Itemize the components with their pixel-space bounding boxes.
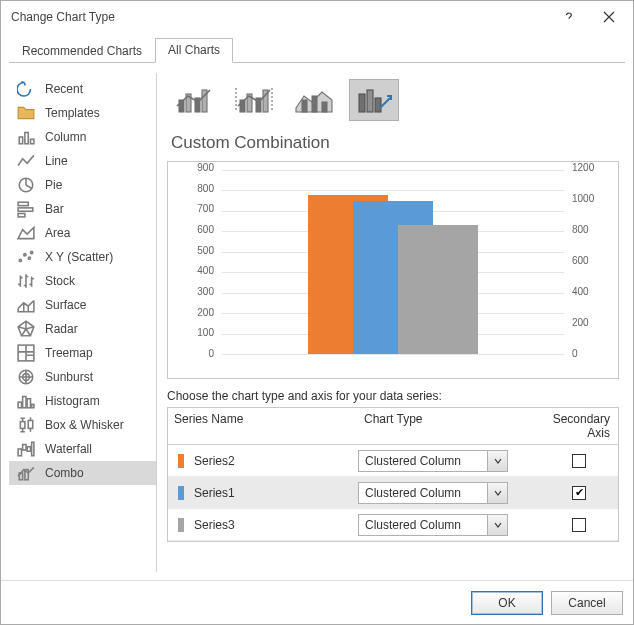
subtype-clustered-column-line-secondary[interactable]: [229, 79, 279, 121]
secondary-axis-checkbox[interactable]: [572, 486, 586, 500]
svg-rect-36: [302, 100, 307, 112]
svg-rect-2: [31, 139, 34, 144]
change-chart-type-dialog: Change Chart Type Recommended Charts All…: [0, 0, 634, 625]
svg-point-10: [31, 251, 33, 253]
sidebar-item-label: Histogram: [45, 394, 100, 408]
svg-rect-20: [18, 449, 21, 456]
series-row[interactable]: Series3Clustered Column: [168, 509, 618, 541]
sidebar-item-area[interactable]: Area: [9, 221, 156, 245]
axis-tick: 200: [572, 318, 608, 328]
svg-rect-41: [375, 98, 381, 112]
secondary-axis-checkbox[interactable]: [572, 518, 586, 532]
svg-point-8: [24, 254, 26, 256]
svg-rect-18: [20, 422, 25, 429]
chevron-down-icon[interactable]: [487, 451, 507, 471]
axis-tick: 100: [178, 328, 214, 338]
waterfall-icon: [17, 441, 35, 457]
sidebar-item-box[interactable]: Box & Whisker: [9, 413, 156, 437]
series-grid-header: Series Name Chart Type Secondary Axis: [168, 408, 618, 445]
chart-type-value: Clustered Column: [359, 515, 487, 535]
recent-icon: [17, 81, 35, 97]
svg-rect-38: [322, 102, 327, 112]
header-chart-type: Chart Type: [358, 408, 528, 444]
chart-type-dropdown[interactable]: Clustered Column: [358, 514, 508, 536]
tab-recommended[interactable]: Recommended Charts: [9, 39, 155, 63]
series-swatch: [178, 518, 184, 532]
sidebar-item-line[interactable]: Line: [9, 149, 156, 173]
sidebar-item-radar[interactable]: Radar: [9, 317, 156, 341]
svg-rect-37: [312, 96, 317, 112]
sidebar-item-sunburst[interactable]: Sunburst: [9, 365, 156, 389]
sidebar-item-column[interactable]: Column: [9, 125, 156, 149]
sunburst-icon: [17, 369, 35, 385]
sidebar-item-stock[interactable]: Stock: [9, 269, 156, 293]
chart-type-value: Clustered Column: [359, 451, 487, 471]
tab-all-charts[interactable]: All Charts: [155, 38, 233, 63]
sidebar-item-label: Waterfall: [45, 442, 92, 456]
cancel-button[interactable]: Cancel: [551, 591, 623, 615]
sidebar-item-bar[interactable]: Bar: [9, 197, 156, 221]
ok-button[interactable]: OK: [471, 591, 543, 615]
svg-point-7: [19, 259, 21, 261]
sidebar-item-recent[interactable]: Recent: [9, 77, 156, 101]
sidebar-item-label: Column: [45, 130, 86, 144]
dialog-footer: OK Cancel: [1, 580, 633, 624]
bar-Series3: [398, 225, 478, 354]
sidebar-item-waterfall[interactable]: Waterfall: [9, 437, 156, 461]
secondary-axis-checkbox[interactable]: [572, 454, 586, 468]
axis-tick: 0: [572, 349, 608, 359]
subtype-custom-combination[interactable]: [349, 79, 399, 121]
sidebar-item-treemap[interactable]: Treemap: [9, 341, 156, 365]
axis-tick: 800: [178, 184, 214, 194]
axis-tick: 600: [178, 225, 214, 235]
series-row[interactable]: Series2Clustered Column: [168, 445, 618, 477]
svg-rect-19: [28, 421, 33, 429]
sidebar-item-label: Bar: [45, 202, 64, 216]
sidebar-item-label: Line: [45, 154, 68, 168]
svg-rect-14: [18, 402, 21, 408]
chart-subtype-title: Custom Combination: [171, 133, 619, 153]
subtype-clustered-column-line[interactable]: [169, 79, 219, 121]
subtype-stacked-area-column[interactable]: [289, 79, 339, 121]
series-name-label: Series2: [194, 454, 358, 468]
help-button[interactable]: [549, 3, 589, 31]
sidebar-item-label: Box & Whisker: [45, 418, 124, 432]
close-button[interactable]: [589, 3, 629, 31]
histogram-icon: [17, 393, 35, 409]
sidebar-item-label: Radar: [45, 322, 78, 336]
axis-tick: 500: [178, 246, 214, 256]
svg-rect-40: [367, 90, 373, 112]
stock-icon: [17, 273, 35, 289]
axis-tick: 1000: [572, 194, 608, 204]
main-panel: Custom Combination 010020030040050060070…: [157, 73, 625, 572]
series-row[interactable]: Series1Clustered Column: [168, 477, 618, 509]
header-secondary-axis: Secondary Axis: [528, 408, 618, 444]
svg-rect-0: [19, 137, 22, 144]
axis-tick: 200: [178, 308, 214, 318]
series-name-label: Series3: [194, 518, 358, 532]
chart-type-dropdown[interactable]: Clustered Column: [358, 450, 508, 472]
sidebar-item-label: Templates: [45, 106, 100, 120]
sidebar-item-histogram[interactable]: Histogram: [9, 389, 156, 413]
scatter-icon: [17, 249, 35, 265]
sidebar-item-surface[interactable]: Surface: [9, 293, 156, 317]
sidebar-item-pie[interactable]: Pie: [9, 173, 156, 197]
axis-tick: 900: [178, 163, 214, 173]
chevron-down-icon[interactable]: [487, 483, 507, 503]
sidebar-item-combo[interactable]: Combo: [9, 461, 156, 485]
sidebar-item-scatter[interactable]: X Y (Scatter): [9, 245, 156, 269]
axis-tick: 400: [178, 266, 214, 276]
svg-rect-15: [23, 397, 26, 408]
subtype-row: [167, 77, 619, 133]
sidebar-item-label: Combo: [45, 466, 84, 480]
sidebar-item-label: Sunburst: [45, 370, 93, 384]
chart-type-dropdown[interactable]: Clustered Column: [358, 482, 508, 504]
chevron-down-icon[interactable]: [487, 515, 507, 535]
svg-rect-21: [23, 445, 26, 451]
sidebar-item-templates[interactable]: Templates: [9, 101, 156, 125]
radar-icon: [17, 321, 35, 337]
series-instruction: Choose the chart type and axis for your …: [167, 389, 619, 403]
chart-preview: 0100200300400500600700800900 02004006008…: [167, 161, 619, 379]
series-swatch: [178, 454, 184, 468]
svg-rect-17: [32, 404, 34, 407]
